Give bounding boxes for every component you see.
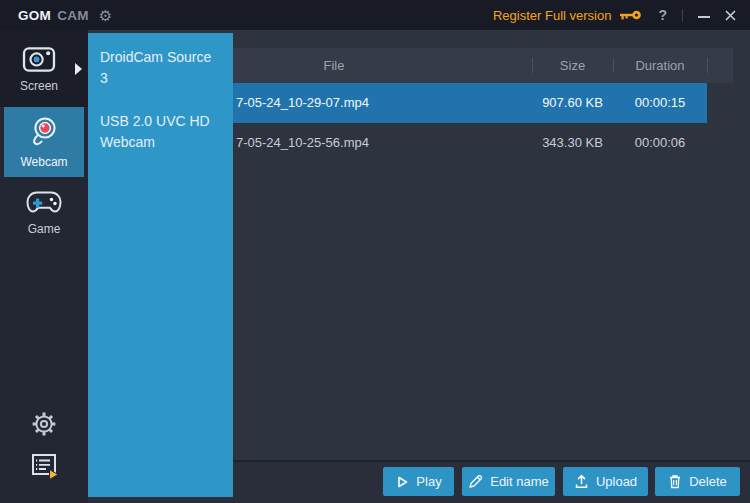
upload-icon (574, 474, 589, 489)
screen-camera-icon (21, 44, 57, 73)
gamepad-icon (25, 188, 63, 216)
flyout-expand-arrow-icon[interactable] (75, 63, 82, 75)
edit-name-label: Edit name (490, 474, 549, 489)
pencil-icon (468, 474, 483, 489)
file-name-cell: 7-05-24_10-29-07.mp4 (236, 83, 369, 123)
minimize-button[interactable] (698, 16, 710, 18)
webcam-source-option[interactable]: DroidCam Source 3 (100, 47, 221, 89)
header-separator (613, 58, 614, 73)
file-name-cell: 7-05-24_10-25-56.mp4 (236, 123, 369, 163)
sidebar-screen-label: Screen (20, 79, 58, 93)
brand-cam: CAM (57, 8, 89, 23)
brand-gom: GOM (18, 8, 51, 23)
webcam-icon (27, 115, 61, 149)
upload-label: Upload (596, 474, 637, 489)
sidebar-item-webcam[interactable]: Webcam (4, 107, 84, 177)
header-separator (707, 58, 708, 73)
title-bar: GOM CAM ⚙ Register Full version ? (0, 0, 750, 30)
close-button[interactable] (725, 10, 736, 21)
close-icon (725, 10, 736, 21)
title-bar-controls: Register Full version ? (493, 7, 736, 23)
sidebar-webcam-label: Webcam (20, 155, 67, 169)
upload-button[interactable]: Upload (563, 467, 648, 496)
play-icon (395, 475, 409, 489)
webcam-source-flyout: DroidCam Source 3 USB 2.0 UVC HD Webcam (88, 33, 233, 497)
sidebar-game-label: Game (28, 222, 61, 236)
file-duration-cell: 00:00:06 (613, 123, 707, 163)
trash-icon (668, 474, 682, 489)
settings-button[interactable] (29, 409, 59, 443)
play-label: Play (416, 474, 441, 489)
file-duration-cell: 00:00:15 (613, 83, 707, 123)
column-header-duration[interactable]: Duration (613, 48, 707, 83)
file-size-cell: 907.60 KB (532, 83, 613, 123)
edit-name-button[interactable]: Edit name (462, 467, 555, 496)
gom-cam-window: GOM CAM ⚙ Register Full version ? (0, 0, 750, 503)
file-size-cell: 343.30 KB (532, 123, 613, 163)
titlebar-separator (682, 9, 683, 22)
app-brand: GOM CAM ⚙ (18, 8, 112, 23)
register-full-version-link[interactable]: Register Full version (493, 8, 644, 23)
settings-gear-icon[interactable]: ⚙ (99, 8, 112, 23)
recorded-files-button[interactable] (30, 452, 60, 485)
webcam-source-option[interactable]: USB 2.0 UVC HD Webcam (100, 111, 221, 153)
delete-label: Delete (689, 474, 727, 489)
sidebar-item-game[interactable]: Game (0, 177, 88, 247)
sidebar: Screen Webcam Game (0, 30, 88, 503)
delete-button[interactable]: Delete (655, 467, 740, 496)
media-list-icon (30, 452, 60, 481)
key-icon (619, 9, 643, 21)
header-separator (532, 58, 533, 73)
help-button[interactable]: ? (658, 7, 667, 23)
column-header-size[interactable]: Size (532, 48, 613, 83)
gear-icon (29, 409, 59, 439)
register-label: Register Full version (493, 8, 612, 23)
play-button[interactable]: Play (383, 467, 454, 496)
column-header-file[interactable]: File (234, 48, 434, 83)
